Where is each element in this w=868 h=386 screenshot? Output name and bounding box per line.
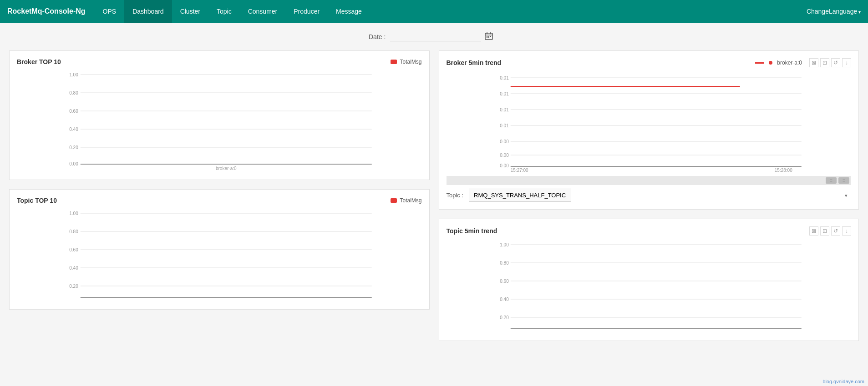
nav-item-consumer[interactable]: Consumer [240, 0, 286, 23]
topic-top10-card: Topic TOP 10 TotalMsg 1.00 0.80 0.60 0.4… [9, 189, 430, 310]
topic-5min-toolbar: ⊠ ⊡ ↺ ↓ [809, 226, 851, 236]
nav-item-dashboard[interactable]: Dashboard [124, 0, 172, 23]
svg-text:0.20: 0.20 [500, 315, 509, 320]
svg-rect-7 [487, 37, 487, 38]
dashboard-grid: Broker TOP 10 TotalMsg 1.00 0.80 0.60 0.… [9, 50, 859, 341]
nav-item-producer[interactable]: Producer [285, 0, 328, 23]
broker-5min-expand-icon[interactable]: ⊠ [809, 58, 818, 67]
topic-5min-refresh-icon[interactable]: ↺ [831, 226, 840, 236]
broker-5min-legend-line [755, 62, 764, 64]
svg-text:0.20: 0.20 [69, 145, 78, 150]
broker-top10-card: Broker TOP 10 TotalMsg 1.00 0.80 0.60 0.… [9, 50, 430, 180]
broker-5min-legend: broker-a:0 [755, 60, 802, 66]
svg-rect-5 [488, 36, 489, 37]
svg-text:1.00: 1.00 [69, 211, 78, 216]
broker-top10-legend-label: TotalMsg [400, 59, 421, 65]
topic-5min-header: Topic 5min trend ⊠ ⊡ ↺ ↓ [447, 226, 852, 236]
topic-select-wrapper: RMQ_SYS_TRANS_HALF_TOPIC ▾ [469, 189, 851, 202]
svg-text:0.60: 0.60 [69, 109, 78, 114]
navbar-brand[interactable]: RocketMq-Console-Ng [7, 7, 86, 15]
svg-text:15:27:00: 15:27:00 [510, 168, 528, 173]
svg-text:0.40: 0.40 [69, 266, 78, 271]
topic-top10-title: Topic TOP 10 [17, 197, 391, 204]
svg-text:0.01: 0.01 [500, 123, 509, 128]
topic-top10-header: Topic TOP 10 TotalMsg [17, 197, 422, 204]
svg-text:0.01: 0.01 [500, 107, 509, 112]
svg-text:0.40: 0.40 [500, 297, 509, 302]
right-column: Broker 5min trend broker-a:0 ⊠ ⊡ ↺ [439, 50, 859, 341]
svg-text:0.60: 0.60 [500, 279, 509, 284]
broker-5min-title: Broker 5min trend [447, 59, 756, 66]
nav-item-ops[interactable]: OPS [95, 0, 125, 23]
svg-text:0.00: 0.00 [500, 139, 509, 144]
broker-5min-refresh-icon[interactable]: ↺ [831, 58, 840, 67]
broker-5min-legend-label: broker-a:0 [777, 60, 802, 66]
topic-filter-label: Topic : [447, 192, 464, 199]
navbar: RocketMq-Console-Ng OPS Dashboard Cluste… [0, 0, 868, 23]
broker-5min-restore-icon[interactable]: ⊡ [820, 58, 829, 67]
topic-5min-chart: 1.00 0.80 0.60 0.40 0.20 [447, 241, 852, 333]
topic-5min-download-icon[interactable]: ↓ [842, 226, 851, 236]
select-arrow-icon: ▾ [845, 192, 848, 198]
broker-5min-scrollbar: = = [447, 176, 852, 185]
svg-text:0.80: 0.80 [69, 229, 78, 234]
svg-rect-4 [487, 36, 487, 37]
svg-text:0.00: 0.00 [500, 153, 509, 158]
left-column: Broker TOP 10 TotalMsg 1.00 0.80 0.60 0.… [9, 50, 430, 341]
topic-5min-expand-icon[interactable]: ⊠ [809, 226, 818, 236]
calendar-icon[interactable] [485, 32, 493, 41]
nav-items: OPS Dashboard Cluster Topic Consumer Pro… [95, 0, 807, 23]
svg-text:1.00: 1.00 [500, 242, 509, 247]
svg-text:0.20: 0.20 [69, 284, 78, 289]
broker-5min-download-icon[interactable]: ↓ [842, 58, 851, 67]
topic-top10-legend-dot [391, 198, 397, 203]
broker-top10-legend: TotalMsg [391, 59, 421, 65]
scroll-handle-left[interactable]: = [826, 177, 837, 184]
date-label: Date : [369, 33, 386, 40]
svg-text:1.00: 1.00 [69, 72, 78, 77]
broker-top10-chart: 1.00 0.80 0.60 0.40 0.20 0.00 [17, 71, 422, 172]
svg-text:0.60: 0.60 [69, 247, 78, 252]
broker-top10-title: Broker TOP 10 [17, 58, 391, 65]
svg-text:broker-a:0: broker-a:0 [216, 166, 237, 171]
broker-5min-chart: 0.01 0.01 0.01 0.01 0.00 0.00 0.00 [447, 73, 852, 174]
date-row: Date : [369, 32, 859, 41]
topic-top10-chart: 1.00 0.80 0.60 0.40 0.20 [17, 210, 422, 302]
topic-5min-restore-icon[interactable]: ⊡ [820, 226, 829, 236]
topic-top10-legend: TotalMsg [391, 197, 421, 204]
topic-top10-legend-label: TotalMsg [400, 197, 421, 204]
svg-text:0.00: 0.00 [500, 163, 509, 168]
change-language[interactable]: ChangeLanguage [807, 8, 861, 15]
svg-text:0.01: 0.01 [500, 91, 509, 96]
main-content: Date : Broker TOP 10 [0, 23, 868, 386]
nav-item-message[interactable]: Message [328, 0, 370, 23]
svg-rect-6 [490, 36, 491, 37]
watermark: blog.qvnidaye.com [822, 379, 864, 384]
svg-text:15:28:00: 15:28:00 [774, 168, 792, 173]
svg-text:0.80: 0.80 [69, 90, 78, 95]
svg-text:0.80: 0.80 [500, 261, 509, 266]
nav-item-cluster[interactable]: Cluster [172, 0, 208, 23]
broker-top10-header: Broker TOP 10 TotalMsg [17, 58, 422, 65]
svg-text:0.40: 0.40 [69, 127, 78, 132]
nav-item-topic[interactable]: Topic [208, 0, 240, 23]
broker-top10-legend-dot [391, 60, 397, 64]
svg-text:0.01: 0.01 [500, 75, 509, 80]
scroll-handle-right[interactable]: = [838, 177, 849, 184]
svg-rect-8 [488, 37, 489, 38]
topic-filter-row: Topic : RMQ_SYS_TRANS_HALF_TOPIC ▾ [447, 189, 852, 202]
broker-5min-toolbar: ⊠ ⊡ ↺ ↓ [809, 58, 851, 67]
broker-5min-card: Broker 5min trend broker-a:0 ⊠ ⊡ ↺ [439, 50, 859, 210]
svg-text:0.00: 0.00 [69, 161, 78, 166]
date-input[interactable] [390, 32, 481, 41]
topic-select[interactable]: RMQ_SYS_TRANS_HALF_TOPIC [469, 189, 571, 202]
broker-5min-legend-dot [769, 61, 772, 65]
topic-5min-title: Topic 5min trend [447, 227, 810, 235]
topic-5min-card: Topic 5min trend ⊠ ⊡ ↺ ↓ 1.00 0.80 0.60 … [439, 219, 859, 341]
broker-5min-header: Broker 5min trend broker-a:0 ⊠ ⊡ ↺ [447, 58, 852, 67]
